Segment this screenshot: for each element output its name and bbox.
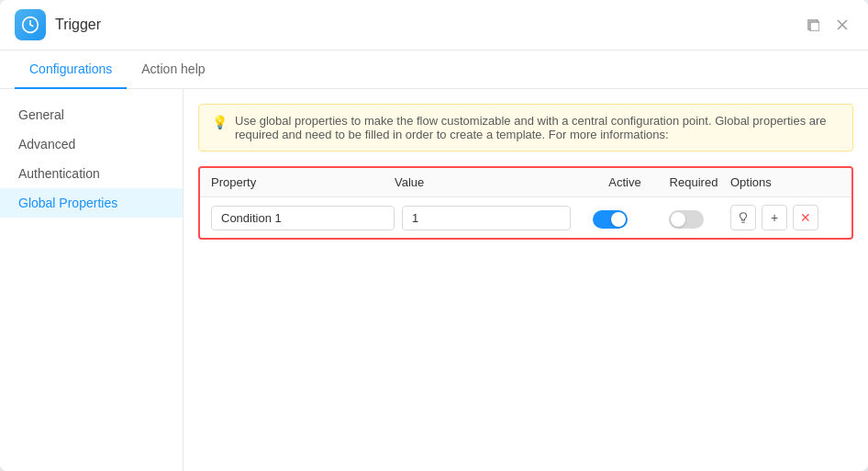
close-button[interactable]: [831, 14, 853, 36]
table-row: + ✕: [200, 197, 851, 238]
properties-table: Property Value Active Required Options: [198, 166, 853, 240]
sidebar-item-advanced[interactable]: Advanced: [0, 129, 183, 159]
tab-action-help[interactable]: Action help: [127, 50, 219, 89]
value-input[interactable]: [402, 206, 571, 230]
header-active: Active: [593, 175, 657, 189]
property-input[interactable]: [211, 206, 395, 230]
content-area: General Advanced Authentication Global P…: [0, 89, 868, 471]
sidebar: General Advanced Authentication Global P…: [0, 89, 184, 471]
title-bar: Trigger: [0, 0, 868, 50]
add-button[interactable]: +: [762, 205, 787, 230]
info-banner: 💡 Use global properties to make the flow…: [198, 104, 853, 151]
sidebar-item-authentication[interactable]: Authentication: [0, 159, 183, 188]
tabs-bar: Configurations Action help: [0, 50, 868, 89]
header-options: Options: [730, 175, 840, 189]
required-toggle[interactable]: [669, 210, 704, 229]
svg-rect-2: [810, 22, 819, 31]
sidebar-item-global-properties[interactable]: Global Properties: [0, 188, 183, 218]
maximize-button[interactable]: [802, 14, 824, 36]
window-title: Trigger: [55, 17, 101, 33]
app-icon: [15, 9, 46, 40]
info-icon: 💡: [212, 115, 228, 129]
info-text: Use global properties to make the flow c…: [235, 114, 840, 141]
active-cell: [578, 207, 642, 229]
table-header: Property Value Active Required Options: [200, 168, 851, 197]
header-value: Value: [395, 175, 593, 189]
header-property: Property: [211, 175, 395, 189]
delete-button[interactable]: ✕: [793, 205, 818, 230]
required-cell: [650, 207, 723, 229]
options-cell: + ✕: [730, 205, 840, 230]
main-content: 💡 Use global properties to make the flow…: [184, 89, 868, 471]
tab-configurations[interactable]: Configurations: [15, 50, 127, 89]
main-window: Trigger Configurations Action help: [0, 0, 868, 471]
window-controls: [802, 14, 853, 36]
lamp-button[interactable]: [730, 205, 756, 230]
header-required: Required: [657, 175, 730, 189]
title-left: Trigger: [15, 9, 101, 40]
active-toggle[interactable]: [593, 210, 628, 229]
sidebar-item-general[interactable]: General: [0, 100, 183, 129]
